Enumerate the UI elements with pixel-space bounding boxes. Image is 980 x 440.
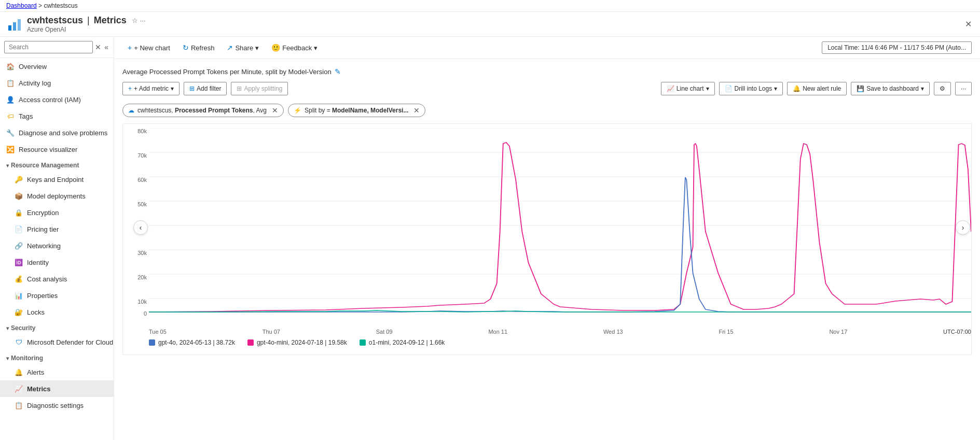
sidebar-collapse-icon[interactable]: « xyxy=(103,42,109,52)
chart-nav-right-button[interactable]: › xyxy=(956,220,970,235)
sidebar-item-tags[interactable]: 🏷 Tags xyxy=(0,108,114,124)
sidebar-item-locks[interactable]: 🔐 Locks xyxy=(0,304,114,320)
sidebar-item-microsoft-defender[interactable]: 🛡 Microsoft Defender for Cloud xyxy=(0,334,114,350)
add-filter-icon: ⊞ xyxy=(189,85,195,92)
chart-toolbar-right: 📈 Line chart ▾ 📄 Drill into Logs ▾ 🔔 New… xyxy=(661,82,972,95)
y-axis-label-10k: 10k xyxy=(123,299,147,305)
breadcrumb-parent[interactable]: Dashboard xyxy=(6,2,37,9)
split-filter-pill[interactable]: ⚡ Split by = ModelName, ModelVersi... ✕ xyxy=(288,104,425,117)
section-security[interactable]: ▾ Security xyxy=(0,320,114,334)
drill-into-logs-button[interactable]: 📄 Drill into Logs ▾ xyxy=(719,82,783,95)
save-dashboard-icon: 💾 xyxy=(857,85,864,92)
sidebar-item-access-control[interactable]: 👤 Access control (IAM) xyxy=(0,91,114,108)
chart-title-text: Average Processed Prompt Tokens per Minu… xyxy=(122,68,332,76)
sidebar-item-encryption[interactable]: 🔒 Encryption xyxy=(0,204,114,221)
share-icon: ↗ xyxy=(227,44,233,52)
svg-rect-1 xyxy=(13,22,16,31)
new-chart-button[interactable]: + + New chart xyxy=(122,41,175,54)
chart-toolbar: + + Add metric ▾ ⊞ Add filter ⊞ Apply sp… xyxy=(122,82,972,95)
section-chevron-icon: ▾ xyxy=(6,163,9,168)
save-to-dashboard-button[interactable]: 💾 Save to dashboard ▾ xyxy=(851,82,930,95)
legend-dot-gpt4o xyxy=(149,339,155,346)
line-chart-button[interactable]: 📈 Line chart ▾ xyxy=(661,82,715,95)
section-monitoring[interactable]: ▾ Monitoring xyxy=(0,350,114,364)
access-control-icon: 👤 xyxy=(6,95,15,104)
metric-pill-text: cwhtestscus, Processed Prompt Tokens, Av… xyxy=(137,107,267,114)
time-range-display[interactable]: Local Time: 11/4 6:46 PM - 11/17 5:46 PM… xyxy=(822,41,972,54)
split-pill-icon: ⚡ xyxy=(294,107,301,114)
x-axis-label-tue: Tue 05 xyxy=(149,329,167,335)
share-button[interactable]: ↗ Share ▾ xyxy=(222,41,264,54)
new-alert-rule-button[interactable]: 🔔 New alert rule xyxy=(787,82,847,95)
breadcrumb: Dashboard > cwhtestscus xyxy=(0,0,980,12)
feedback-button[interactable]: 🙂 Feedback ▾ xyxy=(266,41,323,54)
alert-rule-icon: 🔔 xyxy=(793,85,800,92)
y-axis-label-50k: 50k xyxy=(123,201,147,207)
legend-label-o1-mini: o1-mini, 2024-09-12 | 1.66k xyxy=(369,339,445,346)
metric-filter-pill[interactable]: ☁ cwhtestscus, Processed Prompt Tokens, … xyxy=(122,104,284,117)
share-chevron-icon: ▾ xyxy=(255,44,259,52)
properties-icon: 📊 xyxy=(15,291,23,300)
sidebar-item-activity-log[interactable]: 📋 Activity log xyxy=(0,75,114,91)
section-resource-management[interactable]: ▾ Resource Management xyxy=(0,158,114,171)
add-metric-button[interactable]: + + Add metric ▾ xyxy=(122,82,180,95)
sidebar-item-keys-endpoint[interactable]: 🔑 Keys and Endpoint xyxy=(0,171,114,188)
add-filter-button[interactable]: ⊞ Add filter xyxy=(184,82,227,95)
sidebar-item-diagnose[interactable]: 🔧 Diagnose and solve problems xyxy=(0,124,114,141)
sidebar-item-overview[interactable]: 🏠 Overview xyxy=(0,58,114,75)
sidebar-item-label: Keys and Endpoint xyxy=(27,176,84,183)
app-icon xyxy=(6,16,23,33)
split-pill-close-icon[interactable]: ✕ xyxy=(413,106,420,115)
close-button[interactable]: ✕ xyxy=(963,17,974,31)
x-axis-label-mon: Mon 11 xyxy=(488,329,507,335)
sidebar: ✕ « 🏠 Overview 📋 Activity log 👤 Access c… xyxy=(0,37,114,440)
sidebar-item-pricing-tier[interactable]: 📄 Pricing tier xyxy=(0,221,114,237)
search-input[interactable] xyxy=(4,41,93,53)
sidebar-item-alerts[interactable]: 🔔 Alerts xyxy=(0,364,114,380)
sidebar-item-label: Alerts xyxy=(27,368,44,376)
sidebar-nav: 🏠 Overview 📋 Activity log 👤 Access contr… xyxy=(0,58,114,440)
new-chart-label: + New chart xyxy=(134,44,170,52)
sidebar-item-metrics[interactable]: 📈 Metrics xyxy=(0,380,114,397)
more-icon[interactable]: ··· xyxy=(140,17,146,24)
new-chart-icon: + xyxy=(128,44,132,52)
y-axis-label-20k: 20k xyxy=(123,274,147,280)
chart-nav-left-button[interactable]: ‹ xyxy=(133,220,148,235)
content-area: + + New chart ↻ Refresh ↗ Share ▾ 🙂 Feed… xyxy=(114,37,980,440)
drill-logs-icon: 📄 xyxy=(725,85,733,92)
sidebar-item-diagnostic-settings[interactable]: 📋 Diagnostic settings xyxy=(0,397,114,414)
chart-settings-button[interactable]: ⚙ xyxy=(934,82,951,95)
chart-title-edit-icon[interactable]: ✎ xyxy=(335,67,341,76)
metrics-icon: 📈 xyxy=(15,385,23,393)
settings-icon: ⚙ xyxy=(940,85,945,92)
chart-legend: gpt-4o, 2024-05-13 | 38.72k gpt-4o-mini,… xyxy=(149,335,971,350)
refresh-label: Refresh xyxy=(191,44,215,52)
legend-item-gpt4o-mini: gpt-4o-mini, 2024-07-18 | 19.58k xyxy=(247,339,347,346)
star-icon[interactable]: ☆ xyxy=(132,17,138,24)
refresh-button[interactable]: ↻ Refresh xyxy=(177,41,220,54)
sidebar-item-properties[interactable]: 📊 Properties xyxy=(0,287,114,304)
sidebar-item-label: Encryption xyxy=(27,209,59,217)
sidebar-item-networking[interactable]: 🔗 Networking xyxy=(0,237,114,254)
search-clear-icon[interactable]: ✕ xyxy=(95,43,101,51)
legend-item-o1-mini: o1-mini, 2024-09-12 | 1.66k xyxy=(360,339,445,346)
keys-icon: 🔑 xyxy=(15,175,23,183)
drill-logs-chevron-icon: ▾ xyxy=(774,85,777,92)
sidebar-item-model-deployments[interactable]: 📦 Model deployments xyxy=(0,188,114,204)
sidebar-item-resource-visualizer[interactable]: 🔀 Resource visualizer xyxy=(0,141,114,158)
metric-pill-close-icon[interactable]: ✕ xyxy=(272,106,278,115)
chart-more-button[interactable]: ··· xyxy=(955,82,972,95)
sidebar-item-label: Tags xyxy=(19,112,33,120)
chart-container: Average Processed Prompt Tokens per Minu… xyxy=(114,59,980,440)
share-label: Share xyxy=(235,44,253,52)
apply-splitting-button[interactable]: ⊞ Apply splitting xyxy=(231,82,288,95)
model-deployments-icon: 📦 xyxy=(15,192,23,200)
section-label: Monitoring xyxy=(11,354,43,362)
sidebar-item-label: Resource visualizer xyxy=(19,146,77,153)
apply-splitting-label: Apply splitting xyxy=(244,85,282,92)
add-metric-label: + Add metric xyxy=(134,85,169,92)
sidebar-item-cost-analysis[interactable]: 💰 Cost analysis xyxy=(0,271,114,287)
apply-splitting-icon: ⊞ xyxy=(237,85,242,92)
chart-toolbar-left: + + Add metric ▾ ⊞ Add filter ⊞ Apply sp… xyxy=(122,82,288,95)
sidebar-item-identity[interactable]: 🆔 Identity xyxy=(0,254,114,271)
